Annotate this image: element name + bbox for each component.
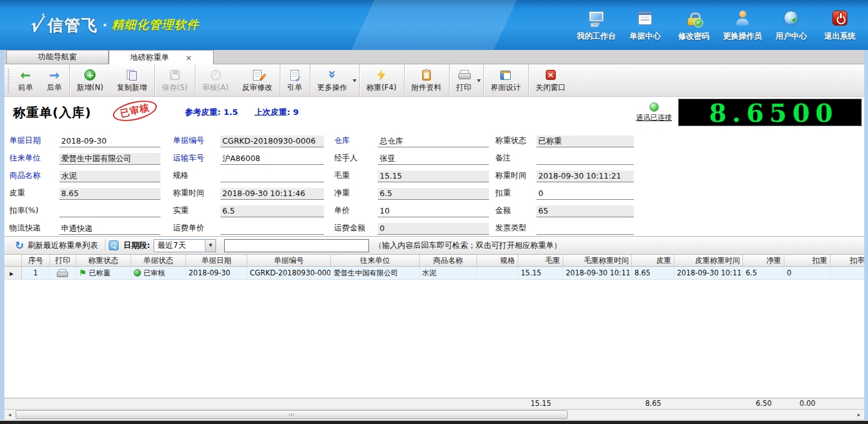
form-field: 物流快递 申通快递: [9, 222, 173, 235]
scroll-left-icon[interactable]: [4, 410, 15, 420]
flag-icon: [79, 269, 87, 278]
toolbar-button[interactable]: 复制新增: [110, 64, 154, 96]
field-input[interactable]: 8.65: [59, 188, 160, 200]
form-field: 单据日期 2018-09-30: [9, 134, 173, 147]
form-field: 金额 65: [495, 204, 708, 217]
toolbar-button[interactable]: 新增(N): [69, 64, 110, 96]
grid-header-cell[interactable]: 单据编号: [247, 255, 331, 266]
scale-weight-display: 8.6500: [678, 99, 862, 126]
form-field: 运费金额 0: [334, 222, 495, 235]
field-input[interactable]: 张亚: [378, 153, 489, 165]
toolbar-button-label: 更多操作: [317, 82, 347, 93]
field-input[interactable]: [536, 153, 634, 165]
date-range-select[interactable]: 最近7天: [154, 239, 216, 252]
field-input[interactable]: 2018-09-30: [59, 136, 160, 147]
field-input[interactable]: 2018-09-30 10:11:21: [536, 170, 634, 182]
table-row[interactable]: 1 已称重 已审核: [4, 267, 864, 280]
field-label: 商品名称: [9, 170, 59, 182]
header-nav-button[interactable]: 用户中心: [767, 4, 816, 46]
field-input[interactable]: [220, 223, 324, 235]
field-input[interactable]: [536, 223, 634, 235]
grid-header-cell[interactable]: 打印: [50, 255, 76, 266]
grid-header-cell[interactable]: 序号: [22, 255, 50, 266]
print-icon: [458, 70, 470, 80]
toolbar-button[interactable]: 后单: [40, 64, 69, 96]
header-nav-button[interactable]: 更换操作员: [718, 4, 767, 46]
field-input[interactable]: 已称重: [536, 136, 634, 147]
grid-header-cell[interactable]: 皮重: [632, 255, 674, 266]
grid-header-cell[interactable]: 皮重称重时间: [674, 255, 743, 266]
connection-status[interactable]: 通讯已连接: [636, 102, 673, 122]
header-nav-button[interactable]: 退出系统: [816, 4, 864, 46]
field-input[interactable]: 0: [536, 188, 634, 200]
toolbar-button[interactable]: 附件资料: [404, 64, 448, 96]
search-hint: （输入内容后回车即可检索；双击可打开相应称重单）: [374, 240, 561, 251]
search-input[interactable]: [224, 239, 369, 252]
field-input[interactable]: 6.5: [378, 188, 489, 200]
grid-header-cell[interactable]: 称重状态: [76, 255, 131, 266]
grid-header-cell[interactable]: [4, 255, 22, 266]
header-nav-button[interactable]: 我的工作台: [572, 4, 621, 46]
workstation-icon: [589, 11, 604, 22]
toolbar-grip[interactable]: [7, 68, 10, 92]
field-input[interactable]: 0: [378, 223, 489, 235]
field-input[interactable]: 总仓库: [378, 136, 489, 147]
field-input[interactable]: 6.5: [220, 205, 324, 217]
toolbar-button[interactable]: 更多操作: [310, 64, 358, 96]
toolbar-button[interactable]: 称重(F4): [359, 64, 403, 96]
toolbar-button[interactable]: 前单: [11, 64, 40, 96]
dropdown-caret-icon[interactable]: [353, 77, 357, 83]
field-input[interactable]: 15.15: [378, 170, 489, 182]
exit-icon: [832, 11, 847, 26]
brand-name: 信管飞: [47, 15, 98, 36]
field-input[interactable]: 2018-09-30 10:11:46: [220, 188, 324, 200]
add-icon: [84, 69, 96, 81]
header-nav-button[interactable]: 单据中心: [621, 4, 669, 46]
brand-subtitle: 精细化管理软件: [112, 17, 199, 33]
toolbar-button[interactable]: 关闭窗口: [528, 64, 573, 96]
form-field: 商品名称 水泥: [9, 169, 173, 182]
scrollbar-thumb[interactable]: [16, 410, 568, 419]
tab-weighbridge[interactable]: 地磅称重单 ×: [109, 50, 214, 64]
chevron-down-icon[interactable]: [205, 240, 215, 252]
grid-header-cell[interactable]: 单据状态: [131, 255, 186, 266]
toolbar-button[interactable]: 打印: [449, 64, 483, 96]
field-input[interactable]: [59, 205, 160, 217]
refresh-list-button[interactable]: 刷新最近称重单列表: [11, 240, 102, 251]
total-cell: [477, 398, 518, 409]
toolbar-button[interactable]: 反审修改: [235, 64, 279, 96]
toolbar-button[interactable]: 引单: [280, 64, 309, 96]
row-cell: 已审核: [131, 267, 186, 279]
grid-header-cell[interactable]: 毛重称重时间: [563, 255, 632, 266]
grid-header-cell[interactable]: 扣率: [831, 255, 864, 266]
toolbar-button[interactable]: 审核(A): [195, 64, 235, 96]
dropdown-caret-icon[interactable]: [477, 77, 481, 83]
close-icon[interactable]: ×: [185, 54, 192, 62]
header-nav-button[interactable]: 修改密码: [669, 4, 718, 46]
toolbar-button[interactable]: 界面设计: [483, 64, 528, 96]
field-input[interactable]: [220, 170, 324, 182]
form-field: 仓库 总仓库: [334, 134, 495, 147]
grid-header-cell[interactable]: 单据日期: [186, 255, 247, 266]
tab-function-nav[interactable]: 功能导航窗: [6, 50, 109, 64]
grid-header-cell[interactable]: 往来单位: [331, 255, 420, 266]
field-input[interactable]: 10: [378, 205, 489, 217]
grid-header-cell[interactable]: 扣重: [784, 255, 831, 266]
field-input[interactable]: 沪A86008: [220, 153, 324, 165]
field-input[interactable]: 爱普生中国有限公司: [59, 153, 160, 165]
field-input[interactable]: 65: [536, 205, 634, 217]
field-input[interactable]: 水泥: [59, 170, 160, 182]
grid-header-cell[interactable]: 净重: [743, 255, 784, 266]
field-label: 称重时间: [495, 170, 536, 182]
field-input[interactable]: 申通快递: [59, 223, 160, 235]
row-cell: 0: [784, 267, 831, 279]
scroll-right-icon[interactable]: [854, 410, 864, 420]
row-cell: [831, 267, 864, 279]
toolbar-button[interactable]: 保存(S): [154, 64, 194, 96]
grid-header-cell[interactable]: 规格: [477, 255, 518, 266]
total-cell: 15.15: [518, 398, 563, 409]
grid-header-cell[interactable]: 商品名称: [420, 255, 477, 266]
grid-header-cell[interactable]: 毛重: [518, 255, 563, 266]
field-input[interactable]: CGRKD-20180930-0006: [220, 136, 324, 147]
field-label: 经手人: [334, 153, 378, 165]
